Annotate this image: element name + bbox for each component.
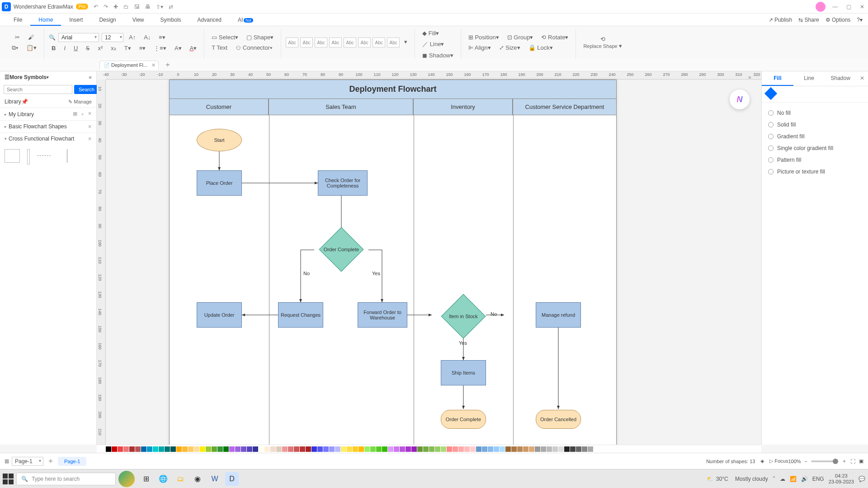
node-manage-refund[interactable]: Manage refund: [536, 302, 581, 328]
underline-icon[interactable]: U: [71, 44, 80, 52]
palette-swatch[interactable]: [141, 446, 146, 452]
palette-swatch[interactable]: [241, 446, 246, 452]
palette-swatch[interactable]: [564, 446, 570, 452]
document-tab-add[interactable]: ＋: [160, 60, 175, 70]
section-my-library[interactable]: ▸My Library▦＋✕: [0, 108, 96, 120]
fill-opt-picture[interactable]: Picture or texture fill: [767, 166, 863, 178]
palette-swatch[interactable]: [253, 446, 258, 452]
node-start[interactable]: Start: [197, 129, 242, 151]
palette-swatch[interactable]: [570, 446, 576, 452]
fit-width-icon[interactable]: ▣: [859, 458, 863, 464]
palette-swatch[interactable]: [270, 446, 276, 452]
section-cross-functional[interactable]: ▾Cross Functional Flowchart✕: [0, 132, 96, 145]
font-size[interactable]: 12: [102, 33, 123, 42]
palette-swatch[interactable]: [176, 446, 182, 452]
superscript-icon[interactable]: x²: [95, 44, 105, 52]
fill-menu[interactable]: ◆ Fill▾: [420, 29, 442, 38]
palette-swatch[interactable]: [406, 446, 411, 452]
font-shrink-icon[interactable]: A↓: [141, 33, 153, 42]
format-tab-shadow[interactable]: Shadow: [825, 71, 856, 86]
fill-opt-none[interactable]: No fill: [767, 107, 863, 119]
palette-swatch[interactable]: [153, 446, 158, 452]
layers-icon[interactable]: ◈: [760, 458, 764, 464]
tab-symbols[interactable]: Symbols: [152, 14, 189, 26]
palette-swatch[interactable]: [276, 446, 282, 452]
palette-swatch[interactable]: [165, 446, 170, 452]
format-tab-line[interactable]: Line: [793, 71, 825, 86]
cortana-icon[interactable]: [118, 471, 135, 487]
text-tool[interactable]: T Text: [209, 43, 230, 52]
palette-swatch[interactable]: [135, 446, 141, 452]
node-request-changes[interactable]: Request Changes: [278, 302, 323, 328]
tab-file[interactable]: File: [5, 14, 30, 26]
palette-swatch[interactable]: [118, 446, 123, 452]
fill-opt-pattern[interactable]: Pattern fill: [767, 154, 863, 166]
sec2-close-icon[interactable]: ✕: [88, 136, 92, 142]
document-tab-active[interactable]: 📄 Deployment Fl...✕: [99, 61, 159, 70]
copy-icon[interactable]: ⧉▾: [9, 43, 21, 52]
format-close-icon[interactable]: ✕: [856, 71, 868, 86]
highlight-icon[interactable]: A▾: [172, 44, 184, 52]
expand-format-panel-icon[interactable]: »: [748, 74, 751, 80]
symbol-search-input[interactable]: [4, 85, 72, 94]
palette-swatch[interactable]: [306, 446, 311, 452]
symbols-header[interactable]: More Symbols: [9, 74, 47, 80]
share-link[interactable]: ⇆ Share: [798, 17, 819, 23]
palette-swatch[interactable]: [476, 446, 481, 452]
zoom-slider[interactable]: [811, 460, 838, 462]
palette-swatch[interactable]: [294, 446, 299, 452]
palette-swatch[interactable]: [500, 446, 505, 452]
palette-swatch[interactable]: [388, 446, 393, 452]
palette-swatch[interactable]: [447, 446, 452, 452]
palette-swatch[interactable]: [223, 446, 229, 452]
node-order-cancelled[interactable]: Order Cancelled: [536, 410, 581, 429]
palette-swatch[interactable]: [353, 446, 358, 452]
palette-swatch[interactable]: [505, 446, 511, 452]
palette-swatch[interactable]: [441, 446, 446, 452]
fit-page-icon[interactable]: ⛶: [850, 459, 855, 464]
mylib-add-icon[interactable]: ＋: [80, 111, 85, 117]
format-painter-icon[interactable]: 🖌: [25, 33, 37, 42]
palette-swatch[interactable]: [106, 446, 111, 452]
palette-swatch[interactable]: [317, 446, 323, 452]
palette-swatch[interactable]: [576, 446, 581, 452]
node-order-complete-decision[interactable]: Order Complete: [314, 229, 368, 261]
sec1-close-icon[interactable]: ✕: [88, 124, 92, 130]
maximize-button[interactable]: ▢: [844, 4, 853, 10]
palette-swatch[interactable]: [282, 446, 288, 452]
cut-icon[interactable]: ✂: [12, 33, 23, 42]
tab-insert[interactable]: Insert: [61, 14, 91, 26]
palette-swatch[interactable]: [194, 446, 199, 452]
page-tab[interactable]: Page-1: [58, 457, 86, 466]
thumb-swimlane-v[interactable]: [60, 149, 75, 163]
replace-shape-button[interactable]: ⟲Replace Shape ▾: [580, 35, 625, 50]
lane-service[interactable]: Customer Service Department: [513, 99, 617, 115]
page-select[interactable]: Page-1: [12, 457, 43, 466]
palette-swatch[interactable]: [347, 446, 352, 452]
palette-swatch[interactable]: [453, 446, 458, 452]
thumb-separator-h[interactable]: [37, 149, 52, 163]
palette-swatch[interactable]: [329, 446, 335, 452]
lock-menu[interactable]: 🔒 Lock▾: [526, 43, 556, 52]
palette-swatch[interactable]: [288, 446, 293, 452]
palette-swatch[interactable]: [482, 446, 487, 452]
mylib-close-icon[interactable]: ✕: [88, 111, 92, 117]
palette-swatch[interactable]: [417, 446, 423, 452]
palette-swatch[interactable]: [370, 446, 376, 452]
node-ship-items[interactable]: Ship Items: [441, 360, 486, 385]
palette-swatch[interactable]: [359, 446, 364, 452]
options-link[interactable]: ⚙ Options: [826, 17, 851, 23]
thumb-separator-v[interactable]: [27, 149, 30, 164]
publish-link[interactable]: ↗ Publish: [769, 17, 793, 23]
mylib-grid-icon[interactable]: ▦: [73, 111, 77, 117]
drawing-page[interactable]: Deployment Flowchart Customer Sales Team…: [169, 80, 617, 445]
lane-customer[interactable]: Customer: [169, 99, 269, 115]
palette-swatch[interactable]: [123, 446, 129, 452]
palette-swatch[interactable]: [400, 446, 405, 452]
tab-design[interactable]: Design: [91, 14, 124, 26]
lane-inventory[interactable]: Inventory: [413, 99, 513, 115]
ai-assistant-bubble[interactable]: N: [730, 89, 750, 109]
palette-swatch[interactable]: [517, 446, 523, 452]
palette-swatch[interactable]: [429, 446, 434, 452]
thumb-swimlane-h[interactable]: [5, 149, 20, 163]
